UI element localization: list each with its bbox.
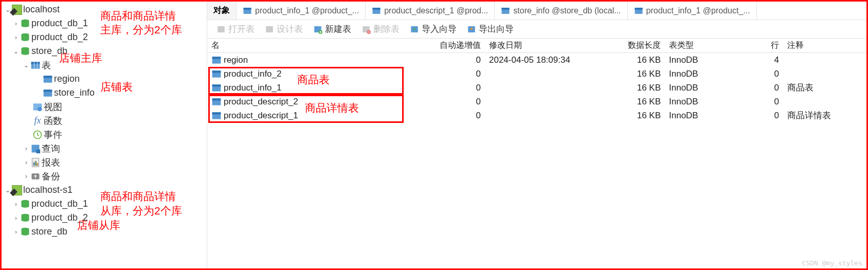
cell-size: 16 KB bbox=[613, 69, 665, 79]
database-icon bbox=[20, 32, 30, 43]
database-icon bbox=[20, 227, 30, 237]
sort-asc-icon: ∨ bbox=[688, 43, 692, 49]
col-type[interactable]: 表类型∨ bbox=[665, 40, 752, 51]
chevron-down-icon[interactable]: ⌄ bbox=[22, 61, 30, 69]
delete-icon bbox=[361, 25, 371, 34]
tab-label: product_info_1 @product_... bbox=[255, 6, 359, 15]
table-icon bbox=[43, 88, 53, 98]
main-area: 对象 product_info_1 @product_... product_d… bbox=[207, 2, 866, 268]
col-rows[interactable]: 行 bbox=[752, 40, 783, 51]
chevron-right-icon[interactable]: › bbox=[12, 228, 20, 236]
col-name[interactable]: 名 bbox=[207, 40, 433, 51]
db-label: store_db bbox=[31, 46, 67, 57]
table-icon bbox=[211, 69, 222, 79]
db-store-db-s1[interactable]: › store_db bbox=[2, 225, 207, 239]
reports-group[interactable]: › 报表 bbox=[2, 155, 207, 169]
import-icon bbox=[410, 25, 419, 34]
col-auto[interactable]: 自动递增值 bbox=[433, 40, 485, 51]
tab-label: product_info_1 @product_... bbox=[646, 6, 750, 15]
export-icon bbox=[467, 25, 476, 34]
backups-label: 备份 bbox=[42, 170, 60, 183]
views-group[interactable]: 视图 bbox=[2, 100, 207, 114]
db-product-db-2-s1[interactable]: › product_db_2 bbox=[2, 211, 207, 225]
svg-rect-29 bbox=[502, 8, 510, 10]
views-label: 视图 bbox=[44, 101, 62, 113]
table-row[interactable]: product_descript_1 0 16 KB InnoDB 0 商品详情… bbox=[207, 109, 866, 122]
cell-size: 16 KB bbox=[613, 83, 665, 93]
svg-rect-32 bbox=[218, 26, 225, 32]
backups-group[interactable]: › 备份 bbox=[2, 169, 207, 183]
db-store-db[interactable]: ⌄ store_db bbox=[2, 44, 207, 58]
chevron-right-icon[interactable]: › bbox=[22, 172, 30, 181]
cell-type: InnoDB bbox=[665, 111, 752, 121]
table-row[interactable]: product_descript_2 0 16 KB InnoDB 0 bbox=[207, 95, 866, 109]
database-icon bbox=[20, 213, 30, 223]
cell-name: product_info_1 bbox=[224, 83, 281, 93]
col-size[interactable]: 数据长度 bbox=[613, 40, 665, 51]
tab-product-info-1[interactable]: product_info_1 @product_... bbox=[237, 2, 366, 20]
svg-rect-18 bbox=[35, 161, 37, 165]
chevron-right-icon[interactable]: › bbox=[12, 200, 20, 208]
svg-rect-41 bbox=[212, 57, 221, 59]
connection-localhost-s1[interactable]: ⌄ localhost-s1 bbox=[2, 183, 207, 197]
tab-product-info-1b[interactable]: product_info_1 @product_... bbox=[628, 2, 757, 20]
btn-label: 打开表 bbox=[228, 23, 255, 35]
chevron-right-icon[interactable]: › bbox=[12, 214, 20, 222]
cell-type: InnoDB bbox=[665, 69, 752, 79]
table-store-info[interactable]: store_info bbox=[2, 86, 207, 100]
chevron-right-icon[interactable]: › bbox=[22, 158, 30, 167]
connection-localhost[interactable]: ⌄ localhost bbox=[2, 3, 207, 16]
svg-rect-8 bbox=[44, 76, 52, 78]
connection-label: localhost-s1 bbox=[23, 185, 73, 195]
svg-rect-31 bbox=[635, 8, 642, 10]
chevron-down-icon[interactable]: ⌄ bbox=[12, 47, 20, 56]
table-row[interactable]: region 0 2024-04-05 18:09:34 16 KB InnoD… bbox=[207, 53, 866, 67]
tab-label: store_info @store_db (local... bbox=[513, 6, 621, 15]
queries-label: 查询 bbox=[42, 142, 60, 155]
btn-label: 新建表 bbox=[325, 23, 351, 35]
cell-rows: 4 bbox=[752, 55, 783, 65]
export-wizard-button[interactable]: 导出向导 bbox=[462, 20, 519, 38]
tab-store-info[interactable]: store_info @store_db (local... bbox=[495, 2, 627, 20]
function-icon: fx bbox=[32, 115, 43, 126]
chevron-right-icon[interactable]: › bbox=[12, 20, 20, 28]
import-wizard-button[interactable]: 导入向导 bbox=[405, 20, 462, 38]
watermark: CSDN @my_styles bbox=[802, 259, 862, 267]
new-table-button[interactable]: 新建表 bbox=[308, 20, 356, 38]
table-region[interactable]: region bbox=[2, 72, 207, 86]
functions-group[interactable]: fx 函数 bbox=[2, 114, 207, 128]
svg-rect-45 bbox=[212, 84, 221, 86]
database-icon bbox=[20, 19, 30, 29]
cell-name: product_info_2 bbox=[224, 69, 281, 79]
cell-type: InnoDB bbox=[665, 97, 752, 107]
db-product-db-1[interactable]: › product_db_1 bbox=[2, 16, 207, 30]
events-group[interactable]: 事件 bbox=[2, 128, 207, 141]
col-date[interactable]: 修改日期 bbox=[485, 40, 613, 51]
table-row[interactable]: product_info_1 0 16 KB InnoDB 0 商品表 bbox=[207, 81, 866, 95]
col-comment[interactable]: 注释 bbox=[783, 40, 866, 51]
tab-label: 对象 bbox=[213, 5, 230, 16]
views-icon bbox=[32, 102, 43, 112]
chevron-right-icon[interactable]: › bbox=[12, 33, 20, 42]
tables-icon bbox=[30, 60, 41, 70]
tab-objects[interactable]: 对象 bbox=[207, 2, 237, 20]
tab-product-descript-1[interactable]: product_descript_1 @prod... bbox=[366, 2, 495, 20]
table-label: region bbox=[54, 74, 80, 84]
tables-group[interactable]: ⌄ 表 bbox=[2, 58, 207, 72]
cell-auto: 0 bbox=[433, 83, 485, 93]
table-icon bbox=[43, 74, 53, 84]
functions-label: 函数 bbox=[44, 115, 62, 127]
db-product-db-2[interactable]: › product_db_2 bbox=[2, 30, 207, 44]
db-product-db-1-s1[interactable]: › product_db_1 bbox=[2, 197, 207, 211]
svg-rect-17 bbox=[33, 163, 35, 166]
table-row[interactable]: product_info_2 0 16 KB InnoDB 0 bbox=[207, 67, 866, 81]
tab-label: product_descript_1 @prod... bbox=[384, 6, 488, 15]
svg-rect-19 bbox=[37, 163, 39, 165]
table-icon bbox=[501, 6, 510, 15]
chevron-right-icon[interactable]: › bbox=[22, 145, 30, 153]
connection-icon bbox=[12, 5, 22, 15]
queries-group[interactable]: › 查询 bbox=[2, 141, 207, 155]
btn-label: 删除表 bbox=[373, 23, 400, 35]
grid-body: region 0 2024-04-05 18:09:34 16 KB InnoD… bbox=[207, 53, 866, 268]
svg-rect-27 bbox=[373, 8, 381, 10]
